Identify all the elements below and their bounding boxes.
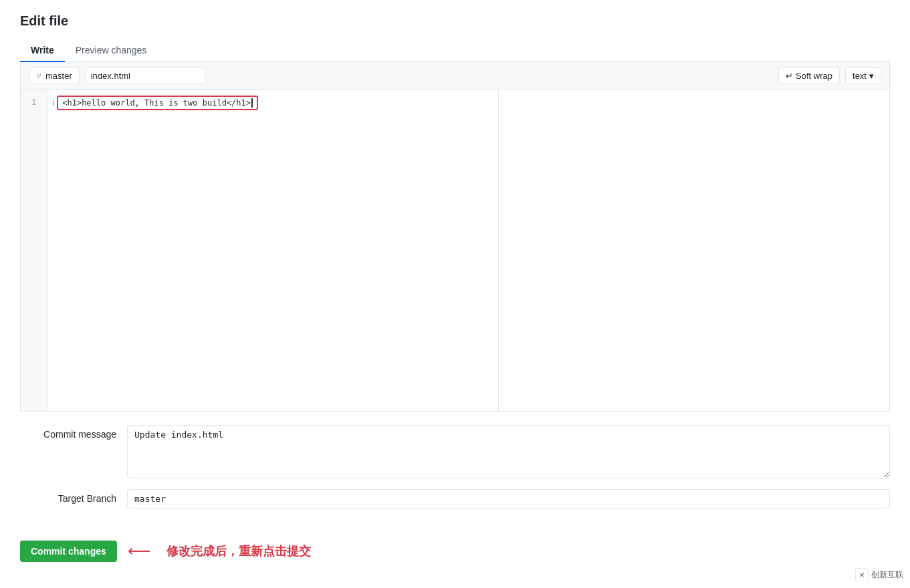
commit-button[interactable]: Commit changes	[20, 541, 117, 562]
cursor	[251, 98, 253, 108]
arrow-icon: ⟵	[128, 542, 150, 561]
page-title: Edit file	[20, 13, 890, 29]
target-branch-input[interactable]	[127, 489, 890, 508]
code-panel[interactable]: i <h1>hello world, This is two build</h1…	[47, 90, 498, 411]
text-mode-label: text	[852, 71, 867, 81]
toolbar-right: ↵ Soft wrap text ▾	[778, 67, 881, 84]
tabs-bar: Write Preview changes	[20, 39, 890, 62]
watermark-text: 创新互联	[871, 569, 903, 581]
text-mode-select[interactable]: text ▾	[845, 67, 881, 84]
target-branch-row: Target Branch	[20, 489, 890, 508]
editor-left-panel: 1 i <h1>hello world, This is two build</…	[21, 90, 498, 411]
editor-toolbar: ⑂ master ↵ Soft wrap text ▾	[21, 62, 889, 90]
soft-wrap-icon: ↵	[786, 71, 793, 81]
dropdown-icon: ▾	[869, 71, 874, 81]
line-number-1: 1	[21, 96, 47, 110]
form-section: Commit message Update index.html Target …	[20, 412, 890, 533]
soft-wrap-button[interactable]: ↵ Soft wrap	[778, 67, 840, 84]
commit-message-label: Commit message	[20, 425, 127, 440]
annotation-text: 修改完成后，重新点击提交	[166, 543, 311, 559]
editor-wrapper: ⑂ master ↵ Soft wrap text ▾	[20, 62, 890, 412]
tab-preview[interactable]: Preview changes	[65, 39, 158, 62]
watermark: ✕ 创新互联	[855, 568, 903, 581]
code-line-1: i <h1>hello world, This is two build</h1…	[53, 96, 493, 110]
info-icon: i	[53, 100, 54, 107]
code-content: <h1>hello world, This is two build</h1>	[62, 98, 251, 108]
watermark-icon: ✕	[855, 568, 869, 581]
branch-icon: ⑂	[36, 71, 41, 81]
line-numbers: 1	[21, 90, 47, 411]
code-box[interactable]: <h1>hello world, This is two build</h1>	[57, 96, 258, 110]
branch-button[interactable]: ⑂ master	[29, 67, 80, 84]
branch-label: master	[45, 71, 72, 81]
commit-message-input[interactable]: Update index.html	[127, 425, 890, 478]
soft-wrap-label: Soft wrap	[796, 71, 832, 81]
target-branch-label: Target Branch	[20, 489, 127, 504]
filename-input[interactable]	[85, 67, 205, 84]
bottom-bar: Commit changes ⟵ 修改完成后，重新点击提交	[20, 533, 890, 570]
tab-write[interactable]: Write	[20, 39, 65, 62]
editor-area: 1 i <h1>hello world, This is two build</…	[21, 90, 889, 411]
editor-right-panel	[498, 90, 889, 411]
commit-message-row: Commit message Update index.html	[20, 425, 890, 478]
